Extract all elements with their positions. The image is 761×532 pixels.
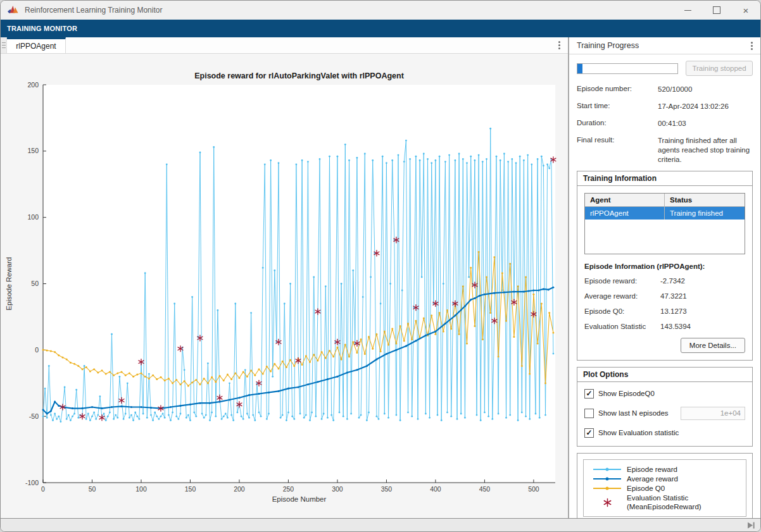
svg-text:0: 0 xyxy=(41,485,45,493)
training-progress-bar xyxy=(577,63,678,74)
document-panel: rlPPOAgent 05010015020025030035040045050… xyxy=(1,37,569,518)
info-row-duration: Duration: 00:41:03 xyxy=(577,119,753,128)
panel-options-kebab-icon[interactable] xyxy=(751,45,753,47)
training-chart: 050100150200250300350400450500-100-50050… xyxy=(1,54,568,518)
section-title: Plot Options xyxy=(577,368,752,382)
tab-bar: rlPPOAgent xyxy=(1,37,568,54)
y-axis-label: Episode Reward xyxy=(5,257,13,310)
app-window: Reinforcement Learning Training Monitor … xyxy=(0,0,761,532)
stat-row-average-reward: Average reward: 47.3221 xyxy=(584,292,745,300)
svg-text:200: 200 xyxy=(234,485,245,493)
option-show-evaluation: Show Evaluation statistic xyxy=(584,428,745,438)
legend-line-sample xyxy=(588,478,627,479)
legend-label: Episode Q0 xyxy=(627,485,665,492)
panel-title: Training Progress xyxy=(577,41,751,50)
cell-agent: rlPPOAgent xyxy=(585,207,665,220)
stat-value: 143.5394 xyxy=(660,323,691,330)
plot-background xyxy=(43,85,555,483)
svg-text:0: 0 xyxy=(35,346,39,354)
panel-header: Training Progress xyxy=(569,37,760,54)
training-stopped-button[interactable]: Training stopped xyxy=(686,61,753,76)
stat-label: Episode Q0: xyxy=(584,307,660,315)
x-axis-label: Episode Number xyxy=(272,495,327,503)
asterisk-icon xyxy=(603,498,612,507)
section-title: Training Information xyxy=(577,171,752,186)
stat-value: 13.1273 xyxy=(660,307,687,315)
checkbox-label: Show EpisodeQ0 xyxy=(598,390,655,397)
svg-text:400: 400 xyxy=(430,485,441,493)
window-controls: × xyxy=(673,1,760,20)
chart-legend: Episode reward Average reward xyxy=(583,459,746,517)
table-header-row: Agent Status xyxy=(585,194,745,207)
table-empty-area xyxy=(585,220,745,254)
svg-text:350: 350 xyxy=(381,485,393,493)
ribbon-tab-training-monitor[interactable]: TRAINING MONITOR xyxy=(1,25,77,32)
svg-text:50: 50 xyxy=(89,485,96,493)
chart-area: 050100150200250300350400450500-100-50050… xyxy=(1,54,568,518)
ribbon: TRAINING MONITOR xyxy=(1,20,760,37)
show-episodeq0-checkbox[interactable] xyxy=(584,389,594,399)
info-value: Training finished after all agents reach… xyxy=(658,136,753,164)
stat-label: Average reward: xyxy=(584,292,660,300)
svg-text:300: 300 xyxy=(332,485,343,493)
stat-row-episode-q0: Episode Q0: 13.1273 xyxy=(584,307,745,315)
titlebar: Reinforcement Learning Training Monitor … xyxy=(1,1,760,20)
show-evaluation-checkbox[interactable] xyxy=(584,428,594,438)
legend-item-average-reward: Average reward xyxy=(588,474,742,484)
svg-text:-100: -100 xyxy=(25,479,39,486)
panel-grip[interactable] xyxy=(1,37,7,53)
agent-status-table: Agent Status rlPPOAgent Training finishe… xyxy=(584,193,745,254)
info-row-start-time: Start time: 17-Apr-2024 13:02:26 xyxy=(577,102,753,111)
info-value: 520/10000 xyxy=(658,85,753,94)
svg-text:100: 100 xyxy=(135,485,147,493)
svg-text:200: 200 xyxy=(27,81,39,89)
training-information-section: Training Information Agent Status rlPPOA… xyxy=(577,171,753,361)
stat-row-episode-reward: Episode reward: -2.7342 xyxy=(584,277,745,285)
matlab-logo-icon xyxy=(7,4,20,16)
minimize-button[interactable] xyxy=(673,1,702,20)
legend-item-episode-q0: Episode Q0 xyxy=(588,484,742,493)
column-header-status[interactable]: Status xyxy=(665,194,745,207)
stat-row-evaluation-statistic: Evaluation Statistic 143.5394 xyxy=(584,323,745,330)
legend-label: Episode reward xyxy=(627,466,677,473)
plot-options-section: Plot Options Show EpisodeQ0 Show last N … xyxy=(577,367,753,447)
skip-to-end-icon[interactable] xyxy=(748,522,755,529)
tab-rlppoagent[interactable]: rlPPOAgent xyxy=(7,37,66,53)
legend-asterisk-sample xyxy=(588,498,627,507)
option-show-episode-q0: Show EpisodeQ0 xyxy=(584,389,745,399)
maximize-icon xyxy=(713,6,720,14)
stat-value: -2.7342 xyxy=(660,277,685,285)
tab-label: rlPPOAgent xyxy=(16,42,56,51)
svg-text:150: 150 xyxy=(185,485,196,493)
legend-line-sample xyxy=(588,488,627,489)
legend-section: Episode reward Average reward xyxy=(577,453,753,518)
minimize-icon xyxy=(684,10,691,11)
tab-options-kebab-icon[interactable] xyxy=(558,44,560,46)
legend-line-sample xyxy=(588,469,627,470)
info-label: Start time: xyxy=(577,102,658,111)
info-label: Final result: xyxy=(577,136,658,164)
cell-status: Training finished xyxy=(665,207,745,220)
episode-information-title: Episode Information (rlPPOAgent): xyxy=(584,263,745,270)
maximize-button[interactable] xyxy=(702,1,731,20)
close-button[interactable]: × xyxy=(731,1,760,20)
chart-title: Episode reward for rlAutoParkingValet wi… xyxy=(194,71,404,80)
svg-text:-50: -50 xyxy=(29,412,39,420)
svg-text:100: 100 xyxy=(27,213,39,221)
training-progress-panel: Training Progress Training stopped Episo… xyxy=(569,37,760,518)
show-last-n-checkbox[interactable] xyxy=(584,409,594,418)
info-label: Episode number: xyxy=(577,85,658,94)
window-title: Reinforcement Learning Training Monitor xyxy=(25,6,673,15)
svg-text:50: 50 xyxy=(31,280,39,287)
stat-label: Episode reward: xyxy=(584,277,660,285)
more-details-button[interactable]: More Details... xyxy=(681,338,745,353)
table-row[interactable]: rlPPOAgent Training finished xyxy=(585,207,745,220)
legend-item-episode-reward: Episode reward xyxy=(588,465,742,474)
checkbox-label: Show Evaluation statistic xyxy=(598,429,679,436)
last-n-episodes-input[interactable] xyxy=(681,407,745,420)
checkbox-label: Show last N episodes xyxy=(598,409,669,417)
column-header-agent[interactable]: Agent xyxy=(585,194,665,207)
legend-label: Evaluation Statistic (MeanEpisodeReward) xyxy=(627,493,701,512)
info-label: Duration: xyxy=(577,119,658,128)
progress-fill xyxy=(577,64,582,73)
